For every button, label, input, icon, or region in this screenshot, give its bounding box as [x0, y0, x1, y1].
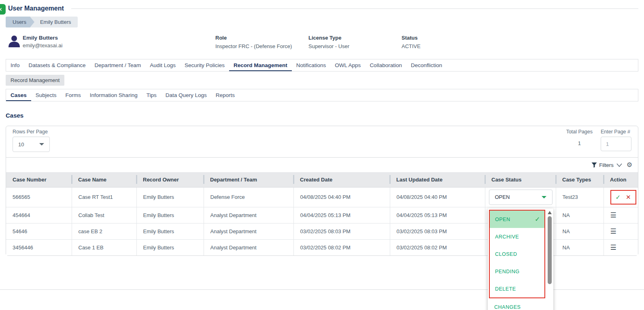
subtab-subjects[interactable]: Subjects: [31, 89, 61, 101]
sub-tabbar: Cases Subjects Forms Information Sharing…: [6, 89, 638, 101]
cell-case-number: 566565: [6, 187, 72, 207]
tab-department-team[interactable]: Department / Team: [90, 59, 146, 71]
rows-per-page-select[interactable]: 10: [13, 137, 50, 152]
enter-page-input[interactable]: [601, 137, 631, 151]
cell-action: ✓ ✕: [604, 187, 638, 207]
enter-page-label: Enter Page #: [601, 129, 631, 135]
rows-per-page: Rows Per Page 10: [13, 129, 50, 152]
col-last-updated-date[interactable]: Last Updated Date: [390, 172, 485, 187]
cell-created-date: 04/04/2025 05:13 PM: [293, 207, 390, 223]
breadcrumb-emily-butters[interactable]: Emily Butters: [34, 17, 78, 27]
cell-department: Analyst Department: [204, 239, 293, 255]
tab-datasets-compliance[interactable]: Datasets & Compliance: [24, 59, 90, 71]
cancel-x-icon[interactable]: ✕: [626, 194, 631, 201]
col-case-name[interactable]: Case Name: [72, 172, 136, 187]
user-name: Emily Butters: [23, 35, 58, 41]
col-record-owner[interactable]: Record Owner: [136, 172, 204, 187]
tab-security-policies[interactable]: Security Policies: [180, 59, 229, 71]
record-management-chip: Record Management: [6, 75, 64, 86]
subtab-reports[interactable]: Reports: [211, 89, 239, 101]
option-pending[interactable]: PENDING: [490, 263, 544, 280]
filters-label[interactable]: Filters: [599, 162, 613, 168]
total-pages: Total Pages 1: [566, 129, 593, 146]
action-confirm-box: ✓ ✕: [610, 190, 636, 205]
chevron-down-icon: [542, 196, 546, 198]
scroll-up-icon[interactable]: [548, 211, 552, 214]
option-open-label: OPEN: [495, 217, 510, 222]
tab-deconfliction[interactable]: Deconfliction: [406, 59, 446, 71]
main-tabbar: Info Datasets & Compliance Department / …: [6, 59, 638, 72]
option-closed[interactable]: CLOSED: [490, 245, 544, 263]
tab-record-management[interactable]: Record Management: [229, 59, 292, 71]
col-department-team[interactable]: Department / Team: [204, 172, 293, 187]
cell-department: Analyst Department: [204, 207, 293, 223]
cell-department: Defense Force: [204, 187, 293, 207]
option-delete[interactable]: DELETE: [490, 280, 544, 297]
option-archive[interactable]: ARCHIVE: [490, 228, 544, 245]
cell-updated-date: 04/08/2025 04:40 PM: [390, 187, 485, 207]
cell-created-date: 03/02/2025 08:02 PM: [293, 239, 390, 255]
case-status-options: OPEN ✓ ARCHIVE CLOSED PENDING DELETE CHA…: [488, 209, 547, 310]
total-pages-value: 1: [566, 140, 593, 146]
subtab-cases[interactable]: Cases: [6, 89, 31, 101]
rows-per-page-label: Rows Per Page: [13, 129, 50, 135]
col-case-number[interactable]: Case Number: [6, 172, 72, 187]
col-action[interactable]: Action: [604, 172, 638, 187]
tab-info[interactable]: Info: [6, 59, 24, 71]
row-menu-icon[interactable]: ☰: [610, 244, 616, 251]
cell-record-owner: Emily Butters: [136, 239, 204, 255]
user-status: Status ACTIVE: [402, 35, 421, 49]
cell-case-types: NA: [556, 239, 604, 255]
filters-chevron-down-icon[interactable]: [616, 163, 622, 167]
dropdown-highlight-box: OPEN ✓ ARCHIVE CLOSED PENDING DELETE: [489, 210, 545, 298]
cell-action: ☰: [604, 207, 638, 223]
tab-audit-logs[interactable]: Audit Logs: [145, 59, 180, 71]
table-controls: Rows Per Page 10 Total Pages 1 Enter Pag…: [6, 126, 638, 157]
breadcrumb: Users Emily Butters: [6, 17, 78, 27]
subtab-forms[interactable]: Forms: [61, 89, 85, 101]
option-changes[interactable]: CHANGES: [489, 298, 545, 310]
table-row: 566565 Case RT Test1 Emily Butters Defen…: [6, 187, 638, 207]
role-label: Role: [215, 35, 292, 41]
app-badge-icon: ✕: [0, 4, 6, 15]
cell-department: Analyst Department: [204, 223, 293, 239]
filter-funnel-icon[interactable]: [591, 162, 597, 168]
cell-case-number: 3456446: [6, 239, 72, 255]
row-menu-icon[interactable]: ☰: [610, 228, 616, 235]
cell-record-owner: Emily Butters: [136, 207, 204, 223]
settings-gear-icon[interactable]: ⚙: [627, 162, 632, 168]
cell-record-owner: Emily Butters: [136, 223, 204, 239]
enter-page: Enter Page #: [601, 129, 631, 151]
table-header-row: Case Number Case Name Record Owner Depar…: [6, 172, 638, 187]
case-status-select[interactable]: OPEN: [489, 190, 553, 205]
subtab-information-sharing[interactable]: Information Sharing: [85, 89, 142, 101]
cell-case-types: Test23: [556, 187, 604, 207]
scrollbar-thumb[interactable]: [548, 216, 552, 284]
user-summary: Emily Butters emily@texasai.ai Role Insp…: [0, 33, 644, 53]
col-case-status[interactable]: Case Status: [485, 172, 556, 187]
cell-created-date: 04/08/2025 04:40 PM: [293, 187, 390, 207]
breadcrumb-users[interactable]: Users: [6, 17, 34, 27]
col-case-types[interactable]: Case Types: [556, 172, 604, 187]
cell-updated-date: 04/04/2025 05:13 PM: [390, 207, 485, 223]
tab-collaboration[interactable]: Collaboration: [365, 59, 406, 71]
role-value: Inspector FRC - (Defense Force): [215, 43, 292, 49]
subtab-data-query-logs[interactable]: Data Query Logs: [161, 89, 211, 101]
status-label: Status: [402, 35, 421, 41]
page-title: User Management: [8, 5, 64, 12]
rows-per-page-value: 10: [18, 141, 24, 148]
row-menu-icon[interactable]: ☰: [610, 211, 616, 219]
user-license: License Type Supervisor - User: [308, 35, 349, 49]
tab-owl-apps[interactable]: OWL Apps: [330, 59, 365, 71]
dropdown-scrollbar[interactable]: [546, 209, 553, 310]
cell-case-types: NA: [556, 223, 604, 239]
subtab-tips[interactable]: Tips: [142, 89, 161, 101]
confirm-check-icon[interactable]: ✓: [615, 194, 621, 201]
cell-action: ☰: [604, 239, 638, 255]
user-avatar-icon: [7, 34, 21, 50]
col-created-date[interactable]: Created Date: [293, 172, 390, 187]
license-value: Supervisor - User: [308, 43, 349, 49]
option-open[interactable]: OPEN ✓: [490, 211, 544, 228]
cell-case-status: OPEN: [485, 187, 556, 207]
tab-notifications[interactable]: Notifications: [292, 59, 331, 71]
